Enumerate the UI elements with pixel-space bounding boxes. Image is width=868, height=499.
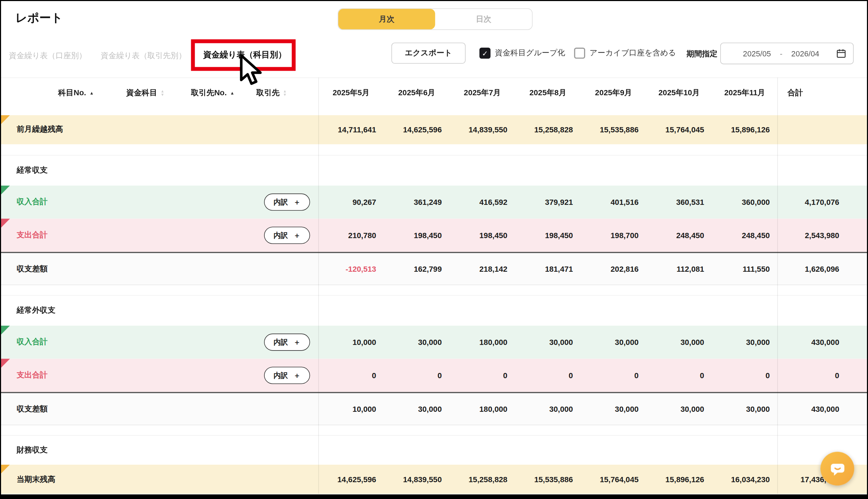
- value-cell: 16,034,230: [712, 475, 777, 484]
- sort-icon: ▲▼: [283, 90, 287, 96]
- total-header: 合計: [778, 88, 868, 98]
- bottom-bar: [0, 494, 868, 499]
- value-cell: 0: [712, 371, 777, 380]
- mouse-cursor-icon: [238, 54, 266, 86]
- value-cell: 0: [318, 371, 384, 380]
- period-start: 2025/05: [743, 49, 771, 58]
- section-label: 経常収支: [16, 166, 48, 175]
- value-cell: 360,531: [646, 197, 712, 206]
- value-cell: 90,267: [318, 197, 384, 206]
- tab-by-account[interactable]: 資金繰り表（口座別）: [9, 51, 86, 61]
- period-toggle: 月次 日次: [338, 8, 533, 30]
- breakdown-button[interactable]: 内訳＋: [264, 194, 310, 211]
- value-cell: 14,839,550: [450, 125, 515, 134]
- col-header-partner-no[interactable]: 取引先No.▲: [191, 88, 234, 98]
- value-cell: 30,000: [712, 338, 777, 346]
- value-cell: 181,471: [515, 264, 581, 273]
- value-cell: 15,258,828: [450, 475, 515, 484]
- value-cell: 30,000: [581, 338, 646, 346]
- col-header-partner[interactable]: 取引先▲▼: [256, 88, 287, 98]
- plus-icon: ＋: [293, 197, 301, 207]
- value-cell: 198,450: [515, 231, 581, 240]
- spacer: [0, 144, 868, 155]
- value-cell: 401,516: [581, 197, 646, 206]
- chat-bubble-icon: [829, 460, 846, 477]
- value-cell: -120,513: [318, 264, 384, 273]
- value-cell: 30,000: [646, 338, 712, 346]
- value-cell: 14,625,596: [318, 475, 384, 484]
- value-cell: 162,799: [384, 264, 449, 273]
- row-label: 支出合計: [16, 230, 48, 240]
- month-header: 2025年5月: [318, 88, 384, 98]
- spacer: [0, 108, 868, 115]
- total-cell: 2,543,980: [778, 231, 868, 240]
- value-cell: 30,000: [384, 338, 449, 346]
- value-cell: 198,450: [450, 231, 515, 240]
- value-cell: 0: [515, 371, 581, 380]
- value-cell: 14,625,596: [384, 125, 449, 134]
- value-cell: 416,592: [450, 197, 515, 206]
- table-row-balance-diff: 収支差額 -120,513 162,799 218,142 181,471 20…: [0, 252, 868, 285]
- chat-fab-button[interactable]: [820, 452, 854, 485]
- sort-asc-icon: ▲: [89, 91, 94, 96]
- row-label: 収支差額: [16, 264, 48, 273]
- table-row-balance-diff: 収支差額 10,000 30,000 180,000 30,000 30,000…: [0, 392, 868, 425]
- table-row-expense-total: 支出合計 内訳＋ 210,780 198,450 198,450 198,450…: [0, 219, 868, 252]
- archive-checkbox[interactable]: アーカイブ口座を含める: [574, 48, 676, 59]
- date-range-input[interactable]: 2025/05 - 2026/04: [720, 43, 854, 64]
- col-header-subject-no[interactable]: 科目No.▲: [58, 88, 94, 98]
- value-cell: 15,896,126: [712, 125, 777, 134]
- total-cell: 430,000: [778, 404, 868, 413]
- group-checkbox-label: 資金科目グループ化: [495, 48, 565, 58]
- toggle-monthly[interactable]: 月次: [338, 9, 435, 29]
- plus-icon: ＋: [293, 370, 301, 380]
- value-cell: 198,700: [581, 231, 646, 240]
- table-row-income-total: 収入合計 内訳＋ 90,267 361,249 416,592 379,921 …: [0, 186, 868, 219]
- toggle-daily[interactable]: 日次: [435, 9, 532, 29]
- sort-icon: ▲▼: [161, 90, 165, 96]
- value-cell: 15,258,828: [515, 125, 581, 134]
- breakdown-button[interactable]: 内訳＋: [264, 334, 310, 351]
- export-button[interactable]: エクスポート: [391, 43, 466, 64]
- row-label: 収入合計: [16, 197, 48, 207]
- group-checkbox[interactable]: ✓ 資金科目グループ化: [479, 48, 565, 59]
- value-cell: 30,000: [646, 404, 712, 413]
- tab-by-partner[interactable]: 資金繰り表（取引先別）: [101, 51, 186, 61]
- total-cell: 0: [778, 371, 868, 380]
- spacer: [0, 425, 868, 435]
- calendar-icon[interactable]: [836, 48, 846, 59]
- total-cell: 1,626,096: [778, 264, 868, 273]
- total-cell: 430,000: [778, 338, 868, 346]
- checkbox-unchecked-icon[interactable]: [574, 48, 585, 59]
- breakdown-button[interactable]: 内訳＋: [264, 367, 310, 384]
- table-row-expense-total: 支出合計 内訳＋ 0 0 0 0 0 0 0 0: [0, 359, 868, 392]
- table-row-opening-balance: 前月繰越残高 14,711,641 14,625,596 14,839,550 …: [0, 115, 868, 144]
- value-cell: 218,142: [450, 264, 515, 273]
- value-cell: 111,550: [712, 264, 777, 273]
- section-label: 経常外収支: [16, 306, 55, 316]
- value-cell: 198,450: [384, 231, 449, 240]
- period-separator: -: [780, 49, 782, 58]
- month-header: 2025年6月: [384, 88, 449, 98]
- total-cell: 4,170,076: [778, 197, 868, 206]
- value-cell: 30,000: [515, 404, 581, 413]
- row-label: 収入合計: [16, 337, 48, 347]
- value-cell: 15,535,886: [515, 475, 581, 484]
- table-row-closing-balance: 当期末残高 14,625,596 14,839,550 15,258,828 1…: [0, 465, 868, 494]
- value-cell: 30,000: [384, 404, 449, 413]
- plus-icon: ＋: [293, 337, 301, 347]
- col-header-subject[interactable]: 資金科目▲▼: [126, 88, 164, 98]
- value-cell: 361,249: [384, 197, 449, 206]
- period-end: 2026/04: [791, 49, 819, 58]
- value-cell: 30,000: [515, 338, 581, 346]
- row-label: 支出合計: [16, 370, 48, 380]
- value-cell: 14,711,641: [318, 125, 384, 134]
- breakdown-button[interactable]: 内訳＋: [264, 227, 310, 244]
- section-row-ordinary: 経常収支: [0, 155, 868, 186]
- checkbox-checked-icon[interactable]: ✓: [479, 48, 491, 59]
- value-cell: 15,764,045: [581, 475, 646, 484]
- archive-checkbox-label: アーカイブ口座を含める: [590, 48, 676, 58]
- value-cell: 30,000: [712, 404, 777, 413]
- section-label: 財務収支: [16, 445, 48, 455]
- section-row-financial: 財務収支: [0, 435, 868, 465]
